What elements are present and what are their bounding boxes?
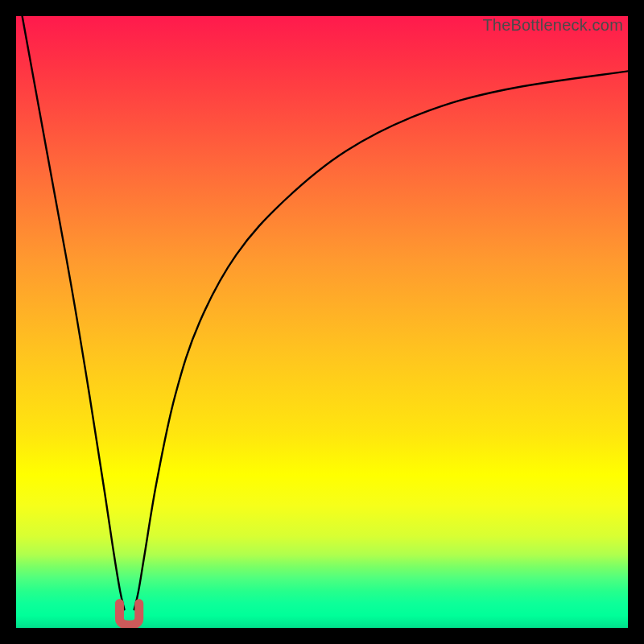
- chart-plot-area: TheBottleneck.com: [16, 16, 628, 628]
- chart-curve-group: [23, 16, 628, 625]
- curve-right-branch: [134, 71, 628, 609]
- chart-frame: TheBottleneck.com: [0, 0, 644, 644]
- chart-svg: [16, 16, 628, 628]
- watermark-text: TheBottleneck.com: [482, 16, 623, 35]
- min-marker-u: [119, 604, 138, 625]
- curve-left-branch: [23, 16, 125, 609]
